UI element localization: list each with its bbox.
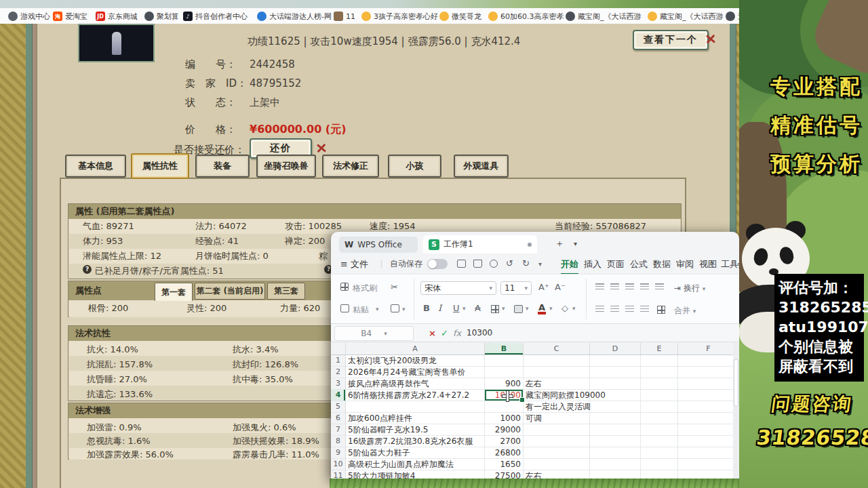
print-preview-icon[interactable]	[490, 260, 498, 268]
cell-D9[interactable]	[590, 447, 641, 459]
column-header-A[interactable]: A	[346, 343, 485, 355]
bookmark-item[interactable]: 藏宝阁_《大话西游	[566, 11, 642, 22]
cell-A6[interactable]: 加攻600点粹挂件	[346, 413, 485, 424]
help-icon[interactable]: ?	[83, 265, 92, 274]
cell-D7[interactable]	[590, 424, 641, 436]
bookmark-item[interactable]: 3孩子高亲密孝心好	[361, 11, 438, 22]
cell-A1[interactable]: 太初幻境飞升200级男龙	[346, 355, 485, 367]
redo-icon[interactable]: ↻	[522, 258, 530, 268]
paste-button[interactable]: 粘贴	[353, 304, 369, 316]
font-color-button[interactable]: A	[538, 302, 545, 312]
cell-C2[interactable]	[524, 367, 590, 378]
cell-C7[interactable]	[524, 424, 590, 436]
select-all-corner[interactable]	[331, 343, 346, 355]
merge-icon[interactable]	[657, 306, 665, 314]
scrollbar-thumb[interactable]	[734, 359, 738, 407]
align-middle-icon[interactable]	[610, 283, 619, 289]
fill-color-dropdown-icon[interactable]: ▾	[526, 305, 529, 312]
cell-F8[interactable]	[678, 436, 739, 447]
row-header-2[interactable]: 2	[331, 367, 346, 378]
cell-C4[interactable]: 藏宝阁同款摆109000	[524, 390, 590, 401]
fill-handle[interactable]	[519, 397, 525, 403]
cell-F4[interactable]	[678, 390, 739, 401]
bold-button[interactable]: B	[423, 303, 430, 313]
cell-B9[interactable]: 26800	[485, 447, 524, 459]
tab-属性抗性[interactable]: 属性抗性	[131, 153, 189, 179]
undo-icon[interactable]: ↺	[506, 258, 513, 268]
cell-A3[interactable]: 披风点粹高级再鼓作气	[346, 378, 485, 390]
cell-E4[interactable]	[641, 390, 678, 401]
underline-button[interactable]: U	[453, 303, 460, 313]
cell-A5[interactable]	[346, 401, 485, 413]
cell-E7[interactable]	[641, 424, 678, 436]
bookmark-item[interactable]: ♪抖音创作者中心	[183, 11, 248, 22]
bookmark-item[interactable]: 藏宝阁_《大话西游	[648, 11, 734, 22]
borders-icon[interactable]	[491, 305, 499, 313]
document-tab[interactable]: S 工作簿1	[423, 235, 537, 253]
column-header-D[interactable]: D	[590, 343, 641, 355]
cell-E5[interactable]	[641, 401, 678, 413]
bookmark-item[interactable]: 大话端游达人榜-网	[257, 11, 332, 22]
cell-A2[interactable]: 2026年4月24号藏宝阁寄售单价	[346, 367, 485, 378]
bookmark-item[interactable]: 微笑哥龙	[439, 11, 481, 22]
fill-color-icon[interactable]	[514, 305, 523, 313]
format-painter-icon[interactable]	[340, 283, 349, 291]
row-header-3[interactable]: 3	[331, 378, 346, 390]
align-right-icon[interactable]	[625, 306, 634, 312]
paste-icon[interactable]	[340, 304, 349, 312]
column-header-E[interactable]: E	[641, 343, 678, 355]
menu-tab-页面[interactable]: 页面	[607, 258, 625, 270]
eraser-dropdown-icon[interactable]: ▾	[572, 305, 576, 312]
cell-B8[interactable]: 2700	[485, 436, 524, 447]
cell-F2[interactable]	[678, 367, 739, 378]
menu-tab-插入[interactable]: 插入	[584, 258, 601, 270]
cell-C1[interactable]	[524, 355, 590, 367]
cell-F5[interactable]	[678, 401, 739, 413]
cell-B10[interactable]: 1650	[485, 459, 524, 470]
row-header-7[interactable]: 7	[331, 424, 346, 436]
align-top-icon[interactable]	[595, 283, 604, 289]
underline-dropdown-icon[interactable]: ▾	[462, 305, 466, 312]
cell-F7[interactable]	[678, 424, 739, 436]
vertical-scrollbar[interactable]	[733, 343, 739, 479]
cell-name-box[interactable]: B4▾	[334, 326, 414, 341]
menu-tab-工具[interactable]: 工具	[721, 258, 738, 270]
cell-D3[interactable]	[590, 378, 641, 390]
cell-D6[interactable]	[590, 413, 641, 424]
cell-C5[interactable]: 有一定出入灵活调	[524, 401, 590, 413]
cell-F10[interactable]	[678, 459, 739, 470]
paste-dropdown-icon[interactable]: ▾	[376, 306, 379, 312]
cancel-entry-icon[interactable]: ×	[429, 328, 436, 338]
format-painter-button[interactable]: 格式刷	[353, 283, 377, 294]
column-header-C[interactable]: C	[524, 343, 590, 355]
cell-B2[interactable]	[485, 367, 524, 378]
print-icon[interactable]	[473, 260, 482, 268]
row-header-10[interactable]: 10	[331, 459, 346, 470]
more-commands-icon[interactable]: ▾	[538, 260, 542, 268]
tab-法术修正[interactable]: 法术修正	[322, 155, 379, 178]
tab-坐骑召唤兽[interactable]: 坐骑召唤兽	[256, 155, 316, 178]
cell-F1[interactable]	[678, 355, 739, 367]
row-header-6[interactable]: 6	[331, 413, 346, 424]
font-color-dropdown-icon[interactable]: ▾	[549, 305, 553, 312]
attr-points-tab[interactable]: 第二套 (当前启用)	[195, 283, 265, 300]
copy-dropdown-icon[interactable]: ▾	[402, 306, 406, 312]
row-header-1[interactable]: 1	[331, 355, 346, 367]
cell-D10[interactable]	[590, 459, 641, 470]
cell-C3[interactable]: 左右	[524, 378, 590, 390]
wrap-text-button[interactable]: ⇥ 换行 ▾	[674, 283, 705, 294]
cell-B3[interactable]: 900	[485, 378, 524, 390]
cell-B1[interactable]	[485, 355, 524, 367]
menu-tab-公式[interactable]: 公式	[630, 258, 648, 270]
align-bottom-icon[interactable]	[625, 283, 634, 289]
align-left-icon[interactable]	[595, 306, 604, 312]
cell-A10[interactable]: 高级积土为山面具点粹加魔法	[346, 459, 485, 470]
justify-icon[interactable]	[640, 306, 649, 312]
row-header-8[interactable]: 8	[331, 436, 346, 447]
borders-dropdown-icon[interactable]: ▾	[502, 305, 505, 312]
view-next-button[interactable]: 查看下一个	[633, 30, 709, 50]
cell-D1[interactable]	[590, 355, 641, 367]
copy-icon[interactable]	[391, 304, 399, 312]
bookmark-item[interactable]: 淘爱淘宝	[53, 11, 87, 22]
cell-B7[interactable]: 29000	[485, 424, 524, 436]
